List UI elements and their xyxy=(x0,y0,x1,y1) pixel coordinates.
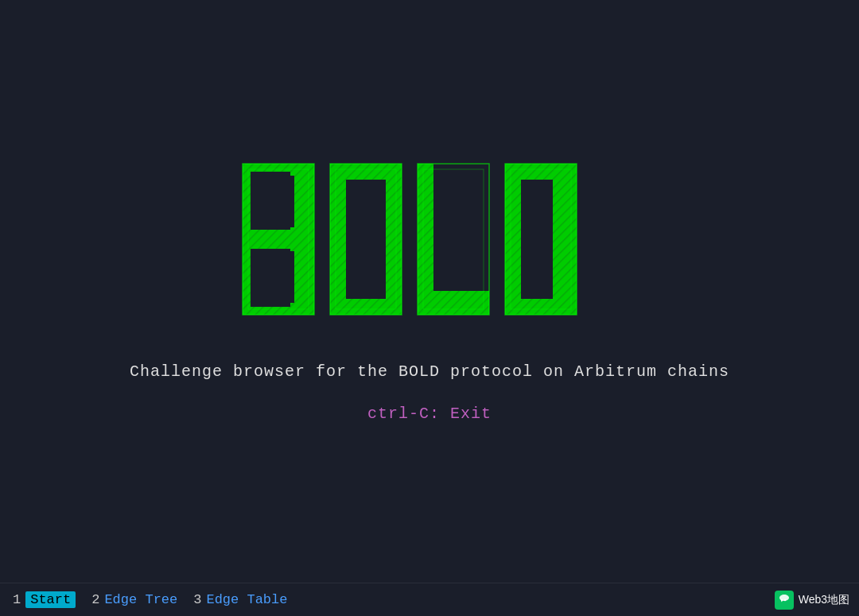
main-content: Challenge browser for the BOLD protocol … xyxy=(0,0,859,583)
svg-rect-25 xyxy=(505,164,577,315)
nav-label-edge-tree: Edge Tree xyxy=(104,592,177,607)
nav-label-start: Start xyxy=(25,591,76,608)
nav-number-3: 3 xyxy=(193,592,201,607)
nav-item-start[interactable]: 1 Start xyxy=(13,591,76,608)
svg-rect-9 xyxy=(243,164,314,315)
wechat-icon xyxy=(775,591,794,610)
nav-item-edge-tree[interactable]: 2 Edge Tree xyxy=(91,592,177,607)
watermark: Web3地图 xyxy=(775,591,849,610)
exit-hint: ctrl-C: Exit xyxy=(367,405,492,423)
nav-number-2: 2 xyxy=(91,592,99,607)
nav-label-edge-table: Edge Table xyxy=(206,592,287,607)
svg-rect-14 xyxy=(330,164,402,315)
watermark-text: Web3地图 xyxy=(799,593,849,607)
svg-rect-19 xyxy=(418,164,489,315)
nav-number-1: 1 xyxy=(13,592,21,607)
subtitle: Challenge browser for the BOLD protocol … xyxy=(130,362,729,381)
bottom-bar: 1 Start 2 Edge Tree 3 Edge Table xyxy=(0,583,859,616)
bold-logo xyxy=(239,160,620,323)
nav-item-edge-table[interactable]: 3 Edge Table xyxy=(193,592,287,607)
